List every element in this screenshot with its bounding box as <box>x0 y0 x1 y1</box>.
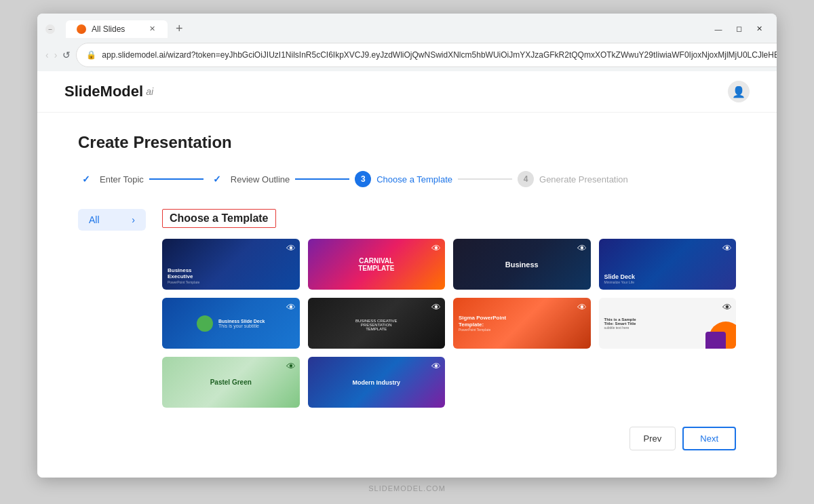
browser-controls: – <box>45 24 55 34</box>
browser-addressbar: ‹ › ↺ 🔒 app.slidemodel.ai/wizard?token=e… <box>37 39 777 71</box>
preview-icon-10: 👁 <box>431 361 441 372</box>
reload-button[interactable]: ↺ <box>62 45 71 64</box>
step-4: 4 Generate Presentation <box>518 171 628 187</box>
brand-logo: SlideModel ai <box>64 83 153 100</box>
biz-text-5: Business Slide DeckThis is your subtitle <box>218 319 265 328</box>
page-title: Create Presentation <box>78 133 736 152</box>
tmpl-text-10: Modern Industry <box>352 379 400 386</box>
steps-container: ✓ Enter Topic ✓ Review Outline 3 Choose … <box>78 171 736 187</box>
templates-grid: 👁 BusinessExecutive PowerPoint Template … <box>162 239 736 408</box>
tmpl-text-6: BUSINESS CREATIVEPRESENTATIONTEMPLATE <box>355 319 398 331</box>
template-sidebar: All › <box>78 209 146 450</box>
tab-favicon <box>77 24 86 34</box>
choose-template-title: Choose a Template <box>162 209 276 228</box>
browser-tabs: All Slides ✕ + <box>66 19 189 39</box>
tmpl-subtitle-1: PowerPoint Template <box>168 280 294 284</box>
brand-ai: ai <box>146 86 153 97</box>
next-button[interactable]: Next <box>682 427 736 450</box>
template-card-1[interactable]: 👁 BusinessExecutive PowerPoint Template <box>162 239 300 290</box>
window-controls: — ◻ ✕ <box>709 22 769 37</box>
step-2-indicator: ✓ <box>209 171 225 187</box>
preview-icon-4: 👁 <box>722 243 732 254</box>
sidebar-arrow-icon: › <box>132 214 135 225</box>
step-3-label: Choose a Template <box>376 174 452 185</box>
step-1: ✓ Enter Topic <box>78 171 144 187</box>
preview-icon-7: 👁 <box>577 302 587 313</box>
template-section: All › Choose a Template 👁 BusinessExecut… <box>78 209 736 450</box>
browser-titlebar: – All Slides ✕ + — ◻ ✕ <box>37 14 777 39</box>
tmpl-text-3: Business <box>505 260 539 269</box>
template-card-8[interactable]: 👁 This is a SampleTitle: Smart Title sub… <box>599 298 737 349</box>
sidebar-all-button[interactable]: All › <box>78 209 146 231</box>
preview-icon-3: 👁 <box>577 243 587 254</box>
win-close-button[interactable]: ✕ <box>750 22 769 37</box>
template-card-5[interactable]: 👁 Business Slide DeckThis is your subtit… <box>162 298 300 349</box>
template-card-4[interactable]: 👁 Slide Deck Minimalize Your Life <box>599 239 737 290</box>
tmpl-sub-4: Minimalize Your Life <box>604 280 731 284</box>
sidebar-all-label: All <box>89 214 100 225</box>
tmpl-sub-7: PowerPoint Template <box>459 328 585 332</box>
browser-tab-active[interactable]: All Slides ✕ <box>66 20 168 38</box>
step-connector-1 <box>149 178 204 180</box>
prev-button[interactable]: Prev <box>629 427 676 450</box>
green-circle <box>197 315 213 332</box>
preview-icon-6: 👁 <box>431 302 441 313</box>
browser-window: – All Slides ✕ + — ◻ ✕ ‹ › ↺ 🔒 app.slide… <box>37 14 777 478</box>
user-avatar[interactable]: 👤 <box>728 81 750 102</box>
tmpl-title-7: Sigma PowerPointTemplate: <box>459 315 585 328</box>
template-card-10[interactable]: 👁 Modern Industry <box>308 357 446 408</box>
template-main: Choose a Template 👁 BusinessExecutive Po… <box>162 209 736 450</box>
minimize-button[interactable]: – <box>45 24 55 34</box>
preview-icon-1: 👁 <box>286 243 296 254</box>
tmpl-title-1: BusinessExecutive <box>168 267 294 280</box>
step-2: ✓ Review Outline <box>209 171 290 187</box>
secure-icon: 🔒 <box>86 50 96 60</box>
purple-shape <box>705 332 726 349</box>
template-card-2[interactable]: 👁 CARNIVALTEMPLATE <box>308 239 446 290</box>
footer-credit: SLIDEMODEL.COM <box>355 478 459 499</box>
new-tab-button[interactable]: + <box>170 19 189 39</box>
step-2-label: Review Outline <box>231 174 290 185</box>
tab-close-button[interactable]: ✕ <box>147 24 157 34</box>
preview-icon-2: 👁 <box>431 243 441 254</box>
preview-icon-9: 👁 <box>286 361 296 372</box>
step-1-label: Enter Topic <box>100 174 144 185</box>
tmpl-title-4: Slide Deck <box>604 273 731 280</box>
preview-icon-8: 👁 <box>722 302 732 313</box>
template-card-7[interactable]: 👁 Sigma PowerPointTemplate: PowerPoint T… <box>453 298 591 349</box>
forward-button[interactable]: › <box>54 45 58 64</box>
template-card-9[interactable]: 👁 Pastel Green <box>162 357 300 408</box>
back-button[interactable]: ‹ <box>45 45 49 64</box>
template-card-6[interactable]: 👁 BUSINESS CREATIVEPRESENTATIONTEMPLATE <box>308 298 446 349</box>
tmpl-text-2: CARNIVALTEMPLATE <box>358 257 394 272</box>
nav-buttons: Prev Next <box>162 427 736 450</box>
url-text: app.slidemodel.ai/wizard?token=eyJhbGciO… <box>102 50 777 60</box>
step-4-label: Generate Presentation <box>539 174 628 185</box>
step-3-indicator: 3 <box>355 171 371 187</box>
step-3: 3 Choose a Template <box>355 171 452 187</box>
browser-content: SlideModel ai 👤 Create Presentation ✓ En… <box>37 71 777 478</box>
preview-icon-5: 👁 <box>286 302 296 313</box>
address-bar[interactable]: 🔒 app.slidemodel.ai/wizard?token=eyJhbGc… <box>76 43 777 67</box>
template-card-3[interactable]: 👁 Business <box>453 239 591 290</box>
app-header: SlideModel ai 👤 <box>37 71 777 113</box>
tmpl-title-8: This is a SampleTitle: Smart Title <box>604 317 731 326</box>
step-connector-3 <box>458 178 512 180</box>
brand-name: SlideModel <box>64 83 143 100</box>
win-minimize-button[interactable]: — <box>709 22 728 37</box>
tmpl-text-9: Pastel Green <box>210 379 252 386</box>
step-connector-2 <box>295 178 349 180</box>
tab-title: All Slides <box>92 24 125 34</box>
win-maximize-button[interactable]: ◻ <box>729 22 748 37</box>
app-main: Create Presentation ✓ Enter Topic ✓ Revi… <box>37 113 777 478</box>
step-4-indicator: 4 <box>518 171 534 187</box>
step-1-indicator: ✓ <box>78 171 94 187</box>
